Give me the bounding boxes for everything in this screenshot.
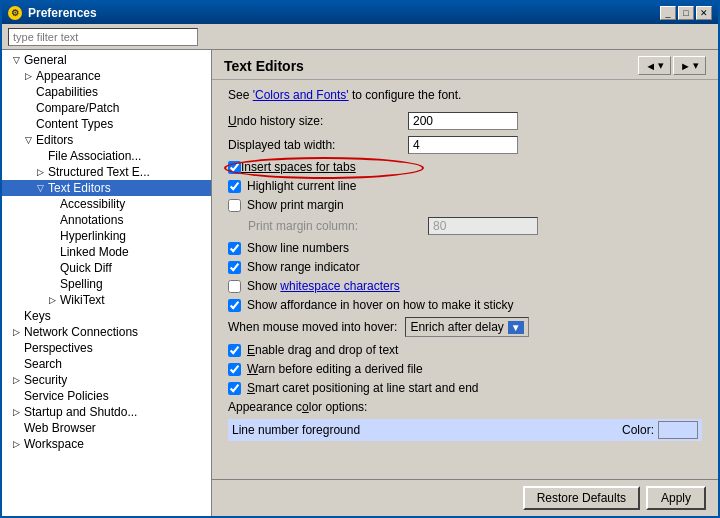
tree-item-linked-mode[interactable]: Linked Mode [2, 244, 211, 260]
line-number-fg-label: Line number foreground [232, 423, 622, 437]
main-content: ▽ General ▷ Appearance Capabilities Comp… [2, 50, 718, 516]
enable-drag-row: Enable drag and drop of text [228, 343, 702, 357]
tree-item-hyperlinking[interactable]: Hyperlinking [2, 228, 211, 244]
tree-item-compare-patch[interactable]: Compare/Patch [2, 100, 211, 116]
tree-item-capabilities[interactable]: Capabilities [2, 84, 211, 100]
right-header: Text Editors ◄ ▾ ► ▾ [212, 50, 718, 80]
dropdown-arrow-icon: ▼ [508, 321, 524, 334]
show-range-checkbox[interactable] [228, 261, 241, 274]
show-affordance-checkbox[interactable] [228, 299, 241, 312]
title-bar: ⚙ Preferences _ □ ✕ [2, 2, 718, 24]
preferences-window: ⚙ Preferences _ □ ✕ ▽ General ▷ Ap [0, 0, 720, 518]
show-affordance-label: Show affordance in hover on how to make … [247, 298, 514, 312]
smart-caret-row: Smart caret positioning at line start an… [228, 381, 702, 395]
smart-caret-label: Smart caret positioning at line start an… [247, 381, 478, 395]
spacer-capabilities [22, 86, 34, 98]
tree-item-security[interactable]: ▷ Security [2, 372, 211, 388]
show-print-margin-label: Show print margin [247, 198, 344, 212]
show-line-numbers-checkbox[interactable] [228, 242, 241, 255]
spacer-hyperlinking [46, 230, 58, 242]
expand-icon-startup: ▷ [10, 406, 22, 418]
whitespace-link[interactable]: whitespace characters [280, 279, 399, 293]
maximize-button[interactable]: □ [678, 6, 694, 20]
enable-drag-checkbox[interactable] [228, 344, 241, 357]
highlight-line-checkbox[interactable] [228, 180, 241, 193]
tree-item-structured-text[interactable]: ▷ Structured Text E... [2, 164, 211, 180]
expand-icon-editors: ▽ [22, 134, 34, 146]
tree-item-startup[interactable]: ▷ Startup and Shutdo... [2, 404, 211, 420]
window-icon: ⚙ [8, 6, 22, 20]
nav-back-dropdown: ▾ [658, 59, 664, 72]
restore-defaults-button[interactable]: Restore Defaults [523, 486, 640, 510]
tree-item-editors[interactable]: ▽ Editors [2, 132, 211, 148]
spacer-perspectives [10, 342, 22, 354]
spacer-web [10, 422, 22, 434]
show-whitespace-checkbox[interactable] [228, 280, 241, 293]
insert-spaces-checkbox[interactable] [228, 161, 241, 174]
spacer-annotations [46, 214, 58, 226]
expand-icon-workspace: ▷ [10, 438, 22, 450]
nav-forward-button[interactable]: ► ▾ [673, 56, 706, 75]
tree-item-service-policies[interactable]: Service Policies [2, 388, 211, 404]
show-range-label: Show range indicator [247, 260, 360, 274]
show-whitespace-row: Show whitespace characters [228, 279, 702, 293]
undo-history-input[interactable] [408, 112, 518, 130]
tree-item-search[interactable]: Search [2, 356, 211, 372]
smart-caret-checkbox[interactable] [228, 382, 241, 395]
spacer-search [10, 358, 22, 370]
tree-item-text-editors[interactable]: ▽ Text Editors [2, 180, 211, 196]
show-print-margin-row: Show print margin [228, 198, 702, 212]
spacer-linked [46, 246, 58, 258]
show-line-numbers-row: Show line numbers [228, 241, 702, 255]
print-margin-col-label: Print margin column: [248, 219, 428, 233]
tree-item-general[interactable]: ▽ General [2, 52, 211, 68]
see-text: See [228, 88, 253, 102]
tree-item-file-associations[interactable]: File Association... [2, 148, 211, 164]
tree-item-accessibility[interactable]: Accessibility [2, 196, 211, 212]
tree-item-appearance[interactable]: ▷ Appearance [2, 68, 211, 84]
tree-item-annotations[interactable]: Annotations [2, 212, 211, 228]
nav-back-button[interactable]: ◄ ▾ [638, 56, 671, 75]
colors-fonts-link[interactable]: 'Colors and Fonts' [253, 88, 349, 102]
toolbar [2, 24, 718, 50]
minimize-button[interactable]: _ [660, 6, 676, 20]
tree-item-keys[interactable]: Keys [2, 308, 211, 324]
nav-forward-icon: ► [680, 60, 691, 72]
tree-item-workspace[interactable]: ▷ Workspace [2, 436, 211, 452]
underline-o: o [302, 400, 309, 414]
appearance-heading: Appearance color options: [228, 400, 702, 414]
title-bar-buttons: _ □ ✕ [660, 6, 712, 20]
expand-icon-security: ▷ [10, 374, 22, 386]
warn-editing-label: Warn before editing a derived file [247, 362, 423, 376]
expand-icon-structured: ▷ [34, 166, 46, 178]
panel-title: Text Editors [224, 58, 304, 74]
expand-icon-appearance: ▷ [22, 70, 34, 82]
tree-area[interactable]: ▽ General ▷ Appearance Capabilities Comp… [2, 50, 211, 516]
tree-item-wikitext[interactable]: ▷ WikiText [2, 292, 211, 308]
expand-icon-general: ▽ [10, 54, 22, 66]
close-button[interactable]: ✕ [696, 6, 712, 20]
expand-icon-text-editors: ▽ [34, 182, 46, 194]
tree-item-perspectives[interactable]: Perspectives [2, 340, 211, 356]
displayed-tab-input[interactable] [408, 136, 518, 154]
highlight-line-label: Highlight current line [247, 179, 356, 193]
expand-icon-wikitext: ▷ [46, 294, 58, 306]
print-margin-col-input [428, 217, 538, 235]
spacer-service [10, 390, 22, 402]
right-body: See 'Colors and Fonts' to configure the … [212, 80, 718, 479]
line-number-fg-row: Line number foreground Color: [228, 419, 702, 441]
hover-dropdown[interactable]: Enrich after delay ▼ [405, 317, 528, 337]
tree-item-content-types[interactable]: Content Types [2, 116, 211, 132]
see-suffix: to configure the font. [349, 88, 462, 102]
show-print-margin-checkbox[interactable] [228, 199, 241, 212]
tree-item-spelling[interactable]: Spelling [2, 276, 211, 292]
tree-item-quick-diff[interactable]: Quick Diff [2, 260, 211, 276]
hover-row: When mouse moved into hover: Enrich afte… [228, 317, 702, 337]
filter-input[interactable] [8, 28, 198, 46]
apply-button[interactable]: Apply [646, 486, 706, 510]
left-panel: ▽ General ▷ Appearance Capabilities Comp… [2, 50, 212, 516]
warn-editing-checkbox[interactable] [228, 363, 241, 376]
tree-item-network[interactable]: ▷ Network Connections [2, 324, 211, 340]
color-swatch[interactable] [658, 421, 698, 439]
tree-item-web-browser[interactable]: Web Browser [2, 420, 211, 436]
